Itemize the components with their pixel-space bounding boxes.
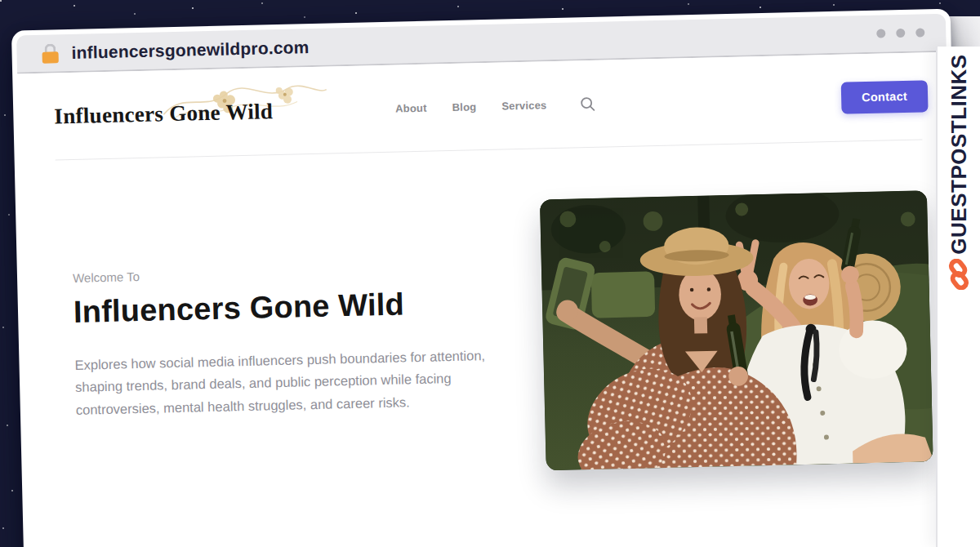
starfield-background [0,0,2,2]
window-control-dot[interactable] [915,28,924,37]
contact-button[interactable]: Contact [841,80,929,113]
window-control-dot[interactable] [876,29,885,38]
site-logo-text: Influencers Gone Wild [54,99,273,128]
hero-title: Influencers Gone Wild [74,285,489,330]
nav-link-services[interactable]: Services [501,99,546,112]
nav-link-blog[interactable]: Blog [452,100,476,113]
browser-window: influencersgonewildpro.com Influ [11,9,964,547]
site-logo[interactable]: Influencers Gone Wild [54,99,273,129]
hero-copy: Welcome To Influencers Gone Wild Explore… [73,261,491,421]
primary-nav: About Blog Services [395,96,596,116]
hero-description: Explores how social media influencers pu… [74,345,491,421]
guestpostlinks-text: GUESTPOSTLINKS [947,54,972,254]
nav-link-about[interactable]: About [395,101,427,114]
hero-section: Welcome To Influencers Gone Wild Explore… [71,190,933,482]
window-controls[interactable] [876,28,924,38]
search-icon[interactable] [580,96,595,111]
guestpostlinks-badge: GUESTPOSTLINKS [936,47,980,547]
address-bar-url[interactable]: influencersgonewildpro.com [71,38,310,63]
lock-icon [41,43,60,64]
chain-link-icon [944,259,973,293]
window-control-dot[interactable] [896,29,905,38]
hero-eyebrow: Welcome To [73,261,488,285]
hero-photo [540,190,933,470]
